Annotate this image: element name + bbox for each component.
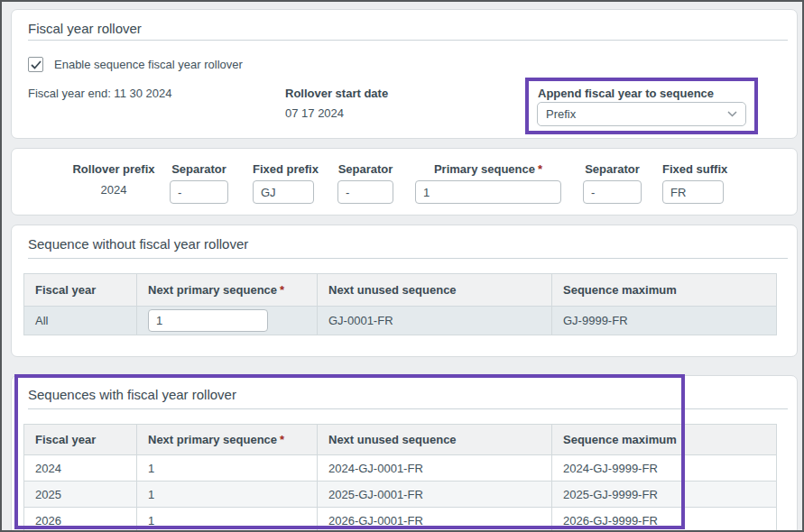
cell-next-primary-sequence bbox=[137, 307, 318, 335]
append-fiscal-year-label: Append fiscal year to sequence bbox=[538, 87, 714, 100]
separator-label-1: Separator bbox=[170, 162, 228, 176]
column-header-sequence-maximum: Sequence maximum bbox=[552, 425, 777, 455]
separator-input-3[interactable] bbox=[583, 180, 642, 204]
column-header-next-unused-sequence: Next unused sequence bbox=[318, 425, 552, 455]
cell-next-primary-sequence: 1 bbox=[137, 508, 318, 532]
fiscal-year-rollover-panel: Fiscal year rollover Enable sequence fis… bbox=[11, 9, 798, 139]
chevron-down-icon bbox=[727, 111, 737, 117]
title-divider bbox=[28, 40, 788, 41]
separator-input-2[interactable] bbox=[337, 180, 393, 204]
cell-sequence-maximum: 2024-GJ-9999-FR bbox=[552, 455, 777, 482]
primary-sequence-field: Primary sequence* bbox=[415, 162, 561, 204]
cell-fiscal-year: 2024 bbox=[24, 455, 137, 482]
cell-next-unused-sequence: 2025-GJ-0001-FR bbox=[318, 482, 552, 508]
cell-next-primary-sequence: 1 bbox=[137, 482, 318, 508]
sequence-without-rollover-panel: Sequence without fiscal year rollover Fi… bbox=[11, 225, 798, 357]
title-divider bbox=[28, 258, 788, 259]
primary-sequence-input[interactable] bbox=[415, 180, 561, 204]
cell-fiscal-year: 2026 bbox=[24, 508, 137, 532]
panel-title-sequences-with-rollover: Sequences with fiscal year rollover bbox=[28, 387, 236, 402]
rollover-prefix-label: Rollover prefix bbox=[69, 162, 159, 176]
required-asterisk: * bbox=[280, 283, 284, 297]
rollover-prefix-value: 2024 bbox=[69, 183, 159, 197]
enable-rollover-row: Enable sequence fiscal year rollover bbox=[28, 57, 243, 72]
cell-next-unused-sequence: 2024-GJ-0001-FR bbox=[318, 455, 552, 482]
fixed-prefix-label: Fixed prefix bbox=[253, 162, 314, 176]
sequence-format-panel: Rollover prefix 2024 Separator Fixed pre… bbox=[11, 148, 798, 216]
table-row-all: All GJ-0001-FR GJ-9999-FR bbox=[24, 307, 777, 335]
panel-title-sequence-without-rollover: Sequence without fiscal year rollover bbox=[28, 236, 248, 252]
sequence-without-rollover-table: Fiscal year Next primary sequence* Next … bbox=[23, 273, 777, 335]
next-primary-sequence-input[interactable] bbox=[148, 309, 268, 332]
fixed-suffix-label: Fixed suffix bbox=[662, 162, 724, 176]
table-header-row: Fiscal year Next primary sequence* Next … bbox=[24, 425, 777, 455]
cell-sequence-maximum: 2026-GJ-9999-FR bbox=[552, 508, 777, 532]
separator-field-2: Separator bbox=[337, 162, 393, 204]
cell-next-unused-sequence: GJ-0001-FR bbox=[318, 307, 552, 335]
fixed-suffix-input[interactable] bbox=[662, 180, 724, 204]
rollover-start-date-value: 07 17 2024 bbox=[285, 106, 388, 120]
rollover-start-date-group: Rollover start date 07 17 2024 bbox=[285, 87, 388, 120]
column-header-next-primary-sequence: Next primary sequence* bbox=[137, 274, 318, 307]
required-asterisk: * bbox=[538, 162, 542, 176]
cell-next-unused-sequence: 2026-GJ-0001-FR bbox=[318, 508, 552, 532]
separator-field-3: Separator bbox=[583, 162, 642, 204]
fixed-prefix-input[interactable] bbox=[253, 180, 314, 204]
title-divider bbox=[28, 408, 788, 409]
cell-sequence-maximum: GJ-9999-FR bbox=[552, 307, 777, 335]
required-asterisk: * bbox=[280, 433, 284, 446]
column-header-next-primary-sequence: Next primary sequence* bbox=[137, 425, 318, 455]
sequences-with-rollover-panel: Sequences with fiscal year rollover Fisc… bbox=[11, 375, 798, 532]
separator-label-3: Separator bbox=[583, 162, 642, 176]
column-header-sequence-maximum: Sequence maximum bbox=[552, 274, 777, 307]
column-header-fiscal-year: Fiscal year bbox=[24, 425, 137, 455]
enable-rollover-checkbox[interactable] bbox=[28, 57, 43, 72]
sequences-with-rollover-table: Fiscal year Next primary sequence* Next … bbox=[23, 424, 777, 532]
table-row-2026: 2026 1 2026-GJ-0001-FR 2026-GJ-9999-FR bbox=[24, 508, 777, 532]
rollover-start-date-label: Rollover start date bbox=[285, 87, 388, 100]
cell-fiscal-year: All bbox=[24, 307, 137, 335]
cell-fiscal-year: 2025 bbox=[24, 482, 137, 508]
column-header-next-unused-sequence: Next unused sequence bbox=[318, 274, 552, 307]
append-fiscal-year-selected-value: Prefix bbox=[546, 107, 727, 121]
fixed-suffix-field: Fixed suffix bbox=[662, 162, 724, 204]
cell-next-primary-sequence: 1 bbox=[137, 455, 318, 482]
separator-label-2: Separator bbox=[337, 162, 393, 176]
table-header-row: Fiscal year Next primary sequence* Next … bbox=[24, 274, 777, 307]
table-row-2024: 2024 1 2024-GJ-0001-FR 2024-GJ-9999-FR bbox=[24, 455, 777, 482]
table-row-2025: 2025 1 2025-GJ-0001-FR 2025-GJ-9999-FR bbox=[24, 482, 777, 508]
cell-sequence-maximum: 2025-GJ-9999-FR bbox=[552, 482, 777, 508]
rollover-prefix-field: Rollover prefix 2024 bbox=[69, 162, 159, 197]
separator-field-1: Separator bbox=[170, 162, 228, 204]
panel-title-fiscal-year-rollover: Fiscal year rollover bbox=[28, 21, 142, 36]
append-fiscal-year-select[interactable]: Prefix bbox=[537, 102, 746, 126]
separator-input-1[interactable] bbox=[170, 180, 228, 204]
fiscal-year-end-text: Fiscal year end: 11 30 2024 bbox=[28, 87, 171, 100]
column-header-fiscal-year: Fiscal year bbox=[24, 274, 137, 307]
enable-rollover-label: Enable sequence fiscal year rollover bbox=[54, 58, 243, 71]
checkmark-icon bbox=[31, 60, 42, 69]
fiscal-year-rollover-settings-page: Fiscal year rollover Enable sequence fis… bbox=[0, 0, 804, 532]
primary-sequence-label: Primary sequence* bbox=[415, 162, 561, 176]
fixed-prefix-field: Fixed prefix bbox=[253, 162, 314, 204]
